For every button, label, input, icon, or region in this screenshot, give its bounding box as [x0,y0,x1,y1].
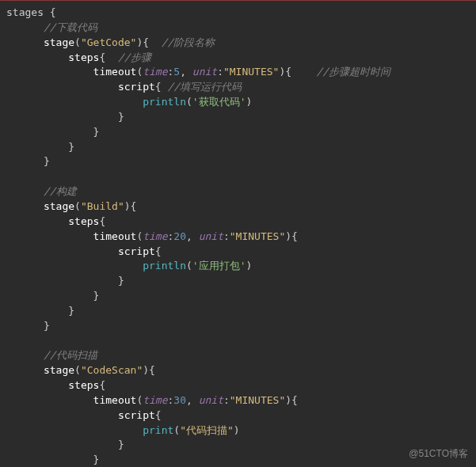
stage-name-build: "Build" [81,200,124,212]
unit-value: "MINUTES" [230,394,285,406]
code-block: stages { //下载代码 stage("GetCode"){ //阶段名称… [0,1,476,467]
comment-download: //下载代码 [44,21,97,33]
println-call: println [143,96,186,108]
println-arg: '获取代码' [192,96,246,108]
timeout-fn: timeout [93,230,137,242]
time-value: 5 [173,66,180,78]
steps-kw: steps [68,51,99,63]
time-key: time [143,66,167,78]
comment-script: //填写运行代码 [168,81,242,93]
unit-key: unit [199,394,223,406]
timeout-fn: timeout [93,66,137,78]
steps-kw: steps [68,215,99,227]
unit-value: "MINUTES" [223,66,279,78]
timeout-fn: timeout [93,394,137,406]
time-key: time [143,230,167,242]
comment-timeout: //步骤超时时间 [316,66,390,78]
stage-name-getcode: "GetCode" [81,36,136,48]
stage-fn: stage [44,36,74,48]
stage-fn: stage [44,200,74,212]
script-kw: script [118,81,155,93]
print-call: print [143,424,173,436]
unit-key: unit [192,66,217,78]
println-call: println [143,260,186,271]
script-kw: script [118,409,155,421]
time-value: 20 [173,230,186,242]
comment-build: //构建 [44,185,77,197]
unit-value: "MINUTES" [230,230,285,242]
time-value: 30 [173,394,186,406]
comment-stage-name: //阶段名称 [162,36,215,48]
println-arg: '应用打包' [192,260,246,271]
time-key: time [143,394,167,406]
stage-fn: stage [44,364,74,376]
print-arg: "代码扫描" [180,424,234,436]
steps-kw: steps [68,379,99,391]
stage-name-codescan: "CodeScan" [81,364,143,376]
comment-codescan: //代码扫描 [44,349,97,361]
keyword-stages: stages { [6,6,56,18]
comment-steps: //步骤 [118,51,151,63]
watermark: @51CTO博客 [409,447,468,461]
unit-key: unit [199,230,223,242]
script-kw: script [118,245,155,257]
